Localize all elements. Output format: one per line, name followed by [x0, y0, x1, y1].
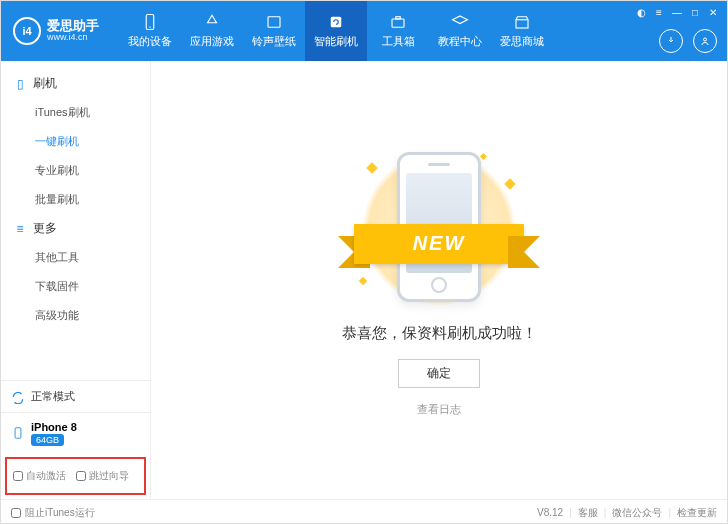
nav-toolbox[interactable]: 工具箱	[367, 1, 429, 61]
graduation-icon	[451, 13, 469, 31]
ok-button[interactable]: 确定	[398, 359, 480, 388]
svg-point-7	[704, 38, 707, 41]
success-message: 恭喜您，保资料刷机成功啦！	[342, 324, 537, 343]
sidebar-group-more: ≡ 更多	[1, 214, 150, 243]
toolbox-icon	[389, 13, 407, 31]
user-icon[interactable]	[693, 29, 717, 53]
phone-small-icon: ▯	[13, 77, 27, 91]
close-icon[interactable]: ✕	[705, 5, 721, 19]
device-name: iPhone 8	[31, 421, 77, 433]
nav-label: 应用游戏	[190, 34, 234, 49]
refresh-icon	[327, 13, 345, 31]
nav-label: 我的设备	[128, 34, 172, 49]
maximize-icon[interactable]: □	[687, 5, 703, 19]
logo-icon: i4	[13, 17, 41, 45]
ribbon-text: NEW	[354, 224, 524, 264]
auto-activate-label: 自动激活	[26, 469, 66, 483]
sidebar-group-label: 更多	[33, 220, 57, 237]
sidebar-group-flash: ▯ 刷机	[1, 69, 150, 98]
app-header: i4 爱思助手 www.i4.cn 我的设备 应用游戏 铃声壁纸 智能刷机 工具…	[1, 1, 727, 61]
svg-point-1	[149, 27, 151, 29]
menu-icon[interactable]: ≡	[651, 5, 667, 19]
sidebar-group-label: 刷机	[33, 75, 57, 92]
main-content: NEW 恭喜您，保资料刷机成功啦！ 确定 查看日志	[151, 61, 727, 499]
wechat-link[interactable]: 微信公众号	[612, 506, 662, 520]
nav-label: 智能刷机	[314, 34, 358, 49]
nav-store[interactable]: 爱思商城	[491, 1, 553, 61]
list-icon: ≡	[13, 222, 27, 236]
device-info[interactable]: iPhone 8 64GB	[1, 412, 150, 453]
device-icon	[11, 426, 25, 440]
version-label: V8.12	[537, 507, 563, 518]
new-ribbon: NEW	[340, 224, 538, 264]
window-controls: ◐ ≡ — □ ✕	[627, 1, 727, 23]
sidebar-options-box: 自动激活 跳过向导	[5, 457, 146, 495]
block-itunes-label: 阻止iTunes运行	[25, 506, 95, 520]
storage-badge: 64GB	[31, 434, 64, 446]
sync-icon	[11, 390, 25, 404]
apps-icon	[203, 13, 221, 31]
auto-activate-checkbox[interactable]: 自动激活	[13, 469, 66, 483]
download-icon[interactable]	[659, 29, 683, 53]
logo-title: 爱思助手	[47, 19, 99, 33]
nav-my-device[interactable]: 我的设备	[119, 1, 181, 61]
support-link[interactable]: 客服	[578, 506, 598, 520]
nav-flash[interactable]: 智能刷机	[305, 1, 367, 61]
logo: i4 爱思助手 www.i4.cn	[1, 17, 111, 45]
skip-wizard-label: 跳过向导	[89, 469, 129, 483]
block-itunes-checkbox[interactable]: 阻止iTunes运行	[11, 506, 95, 520]
store-icon	[513, 13, 531, 31]
nav-label: 铃声壁纸	[252, 34, 296, 49]
header-right-icons	[659, 29, 717, 53]
sidebar-item-pro-flash[interactable]: 专业刷机	[1, 156, 150, 185]
svg-rect-5	[396, 17, 401, 19]
sidebar-item-other-tools[interactable]: 其他工具	[1, 243, 150, 272]
device-mode[interactable]: 正常模式	[1, 380, 150, 412]
svg-rect-4	[392, 19, 404, 27]
status-bar: 阻止iTunes运行 V8.12 | 客服 | 微信公众号 | 检查更新	[1, 499, 727, 524]
image-icon	[265, 13, 283, 31]
check-update-link[interactable]: 检查更新	[677, 506, 717, 520]
svg-rect-6	[516, 20, 528, 28]
sidebar: ▯ 刷机 iTunes刷机 一键刷机 专业刷机 批量刷机 ≡ 更多 其他工具 下…	[1, 61, 151, 499]
nav-label: 教程中心	[438, 34, 482, 49]
svg-rect-8	[15, 428, 21, 439]
skip-wizard-checkbox[interactable]: 跳过向导	[76, 469, 129, 483]
device-mode-label: 正常模式	[31, 389, 75, 404]
nav-tutorials[interactable]: 教程中心	[429, 1, 491, 61]
nav-ringtones[interactable]: 铃声壁纸	[243, 1, 305, 61]
logo-subtitle: www.i4.cn	[47, 33, 99, 43]
phone-icon	[141, 13, 159, 31]
view-log-link[interactable]: 查看日志	[417, 402, 461, 417]
success-illustration: NEW	[344, 144, 534, 314]
nav-label: 工具箱	[382, 34, 415, 49]
sidebar-item-itunes-flash[interactable]: iTunes刷机	[1, 98, 150, 127]
minimize-icon[interactable]: —	[669, 5, 685, 19]
sidebar-item-oneclick-flash[interactable]: 一键刷机	[1, 127, 150, 156]
sidebar-item-download-firmware[interactable]: 下载固件	[1, 272, 150, 301]
nav-label: 爱思商城	[500, 34, 544, 49]
sidebar-item-advanced[interactable]: 高级功能	[1, 301, 150, 330]
svg-rect-3	[331, 17, 342, 28]
body: ▯ 刷机 iTunes刷机 一键刷机 专业刷机 批量刷机 ≡ 更多 其他工具 下…	[1, 61, 727, 499]
sidebar-item-batch-flash[interactable]: 批量刷机	[1, 185, 150, 214]
nav-apps[interactable]: 应用游戏	[181, 1, 243, 61]
skin-icon[interactable]: ◐	[633, 5, 649, 19]
svg-rect-2	[268, 17, 280, 28]
top-nav: 我的设备 应用游戏 铃声壁纸 智能刷机 工具箱 教程中心 爱思商城	[119, 1, 553, 61]
